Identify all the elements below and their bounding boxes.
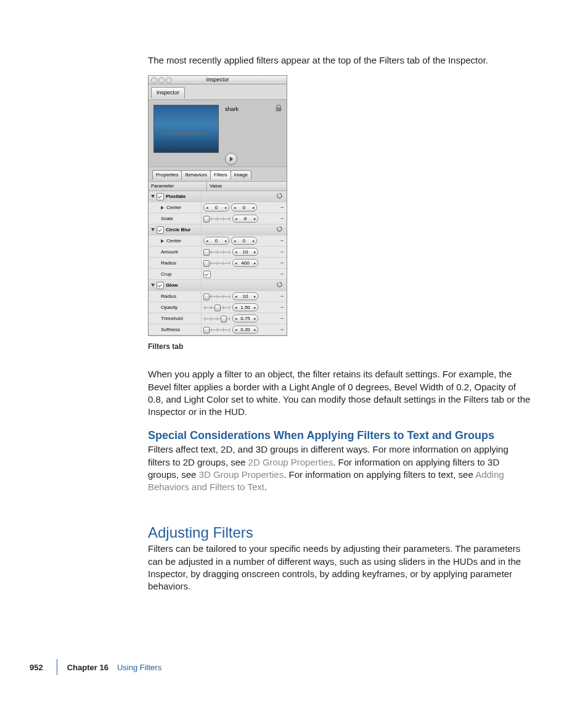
- value-stepper[interactable]: ◂1.50▸: [232, 303, 258, 311]
- page-content: The most recently applied filters appear…: [0, 0, 588, 660]
- value-stepper[interactable]: ◂0▸: [231, 237, 257, 245]
- play-button[interactable]: [225, 153, 237, 165]
- paragraph-4: Filters can be tailored to your specific…: [148, 543, 533, 593]
- row-menu-icon[interactable]: −: [280, 316, 285, 322]
- header-value: Value: [207, 182, 287, 191]
- tab-properties[interactable]: Properties: [152, 170, 182, 179]
- tab-image[interactable]: Image: [231, 170, 251, 179]
- value-slider[interactable]: [203, 326, 231, 333]
- p3-text-c: . For information on applying filters to…: [284, 469, 475, 480]
- figure-caption: Filters tab: [148, 342, 533, 351]
- row-menu-icon[interactable]: −: [280, 271, 285, 277]
- row-menu-icon[interactable]: −: [280, 205, 285, 211]
- tab-inspector[interactable]: Inspector: [151, 87, 185, 98]
- page-footer: 952 Chapter 16 Using Filters: [30, 659, 161, 660]
- parameter-rows: PixellateCenter◂0▸◂0▸−Scale◂8▸−Circle Bl…: [149, 191, 287, 335]
- paragraph-3: Filters affect text, 2D, and 3D groups i…: [148, 443, 533, 493]
- value-slider[interactable]: [203, 315, 231, 322]
- value-stepper[interactable]: ◂0.75▸: [232, 314, 258, 322]
- value-stepper[interactable]: ◂8▸: [232, 215, 258, 223]
- value-slider[interactable]: [203, 248, 231, 255]
- parameter-label: Radius: [149, 258, 202, 268]
- reset-icon[interactable]: [276, 226, 285, 233]
- parameter-row: Scale◂8▸−: [149, 213, 287, 224]
- value-stepper[interactable]: ◂0▸: [203, 203, 229, 211]
- preview-thumbnail: [153, 105, 219, 153]
- parameter-label: Center: [149, 202, 202, 213]
- value-stepper[interactable]: ◂10▸: [232, 248, 258, 256]
- window-titlebar: Inspector: [149, 76, 287, 84]
- value-stepper[interactable]: ◂0▸: [231, 203, 257, 211]
- svg-rect-0: [276, 108, 281, 111]
- parameter-row: Center◂0▸◂0▸−: [149, 236, 287, 247]
- value-stepper[interactable]: ◂0▸: [203, 237, 229, 245]
- traffic-lights[interactable]: [151, 77, 172, 83]
- filter-enable-checkbox[interactable]: [157, 282, 164, 289]
- parameter-controls: ◂1.50▸−: [202, 302, 287, 313]
- parameter-label: Opacity: [149, 302, 202, 313]
- parameter-row: Opacity◂1.50▸−: [149, 302, 287, 313]
- heading-adjusting-filters: Adjusting Filters: [148, 524, 533, 541]
- filter-group-row[interactable]: Pixellate: [149, 191, 287, 202]
- row-menu-icon[interactable]: −: [280, 327, 285, 333]
- parameter-label: Center: [149, 236, 202, 246]
- sub-tab-row: PropertiesBehaviorsFiltersImage: [149, 167, 287, 182]
- reset-icon[interactable]: [276, 193, 285, 200]
- paragraph-2: When you apply a filter to an object, th…: [148, 368, 533, 418]
- tab-behaviors[interactable]: Behaviors: [181, 170, 211, 179]
- parameter-label: Crop: [149, 269, 202, 279]
- value-slider[interactable]: [203, 293, 231, 300]
- parameter-controls: ◂400▸−: [202, 258, 287, 268]
- tab-filters[interactable]: Filters: [210, 170, 231, 179]
- value-stepper[interactable]: ◂10▸: [232, 292, 258, 300]
- value-slider[interactable]: [203, 260, 231, 266]
- window-title: Inspector: [206, 76, 229, 83]
- row-menu-icon[interactable]: −: [280, 238, 285, 244]
- header-parameter: Parameter: [149, 182, 207, 191]
- crop-checkbox[interactable]: [203, 271, 211, 278]
- row-menu-icon[interactable]: −: [280, 216, 285, 222]
- parameter-row: Threshold◂0.75▸−: [149, 313, 287, 324]
- value-stepper[interactable]: ◂400▸: [232, 259, 258, 267]
- intro-paragraph: The most recently applied filters appear…: [148, 54, 533, 67]
- parameter-controls: ◂10▸−: [202, 291, 287, 302]
- filter-group-name: Circle Blur: [166, 227, 190, 232]
- param-header: Parameter Value: [149, 182, 287, 191]
- subheading-special-considerations: Special Considerations When Applying Fil…: [148, 429, 533, 442]
- lock-icon[interactable]: [276, 105, 282, 112]
- filter-group-row[interactable]: Circle Blur: [149, 224, 287, 236]
- filter-enable-checkbox[interactable]: [157, 226, 164, 234]
- reset-icon[interactable]: [276, 282, 285, 289]
- row-menu-icon[interactable]: −: [280, 305, 285, 311]
- link-2d-group-properties[interactable]: 2D Group Properties: [248, 457, 333, 467]
- filter-group-row[interactable]: Glow: [149, 280, 287, 291]
- inspector-panel: Inspector Inspector shark PropertiesBeha…: [148, 75, 287, 336]
- main-tab-row: Inspector: [149, 84, 287, 100]
- parameter-row: Center◂0▸◂0▸−: [149, 202, 287, 213]
- parameter-controls: ◂0▸◂0▸−: [202, 236, 287, 246]
- parameter-controls: ◂0.75▸−: [202, 313, 287, 324]
- parameter-controls: ◂10▸−: [202, 247, 287, 257]
- value-stepper[interactable]: ◂0.20▸: [232, 326, 258, 334]
- row-menu-icon[interactable]: −: [280, 260, 285, 266]
- row-menu-icon[interactable]: −: [280, 293, 285, 300]
- footer-divider: [57, 659, 57, 660]
- object-name: shark: [225, 106, 239, 112]
- link-3d-group-properties[interactable]: 3D Group Properties: [199, 469, 284, 480]
- parameter-label: Amount: [149, 247, 202, 257]
- filter-enable-checkbox[interactable]: [157, 193, 164, 200]
- parameter-row: Crop−: [149, 269, 287, 280]
- value-slider[interactable]: [203, 304, 231, 311]
- parameter-controls: ◂0▸◂0▸−: [202, 202, 287, 213]
- parameter-row: Radius◂400▸−: [149, 258, 287, 269]
- value-slider[interactable]: [203, 215, 231, 222]
- parameter-row: Softness◂0.20▸−: [149, 324, 287, 335]
- row-menu-icon[interactable]: −: [280, 249, 285, 255]
- parameter-controls: ◂8▸−: [202, 213, 287, 224]
- filter-group-name: Pixellate: [166, 194, 186, 199]
- parameter-row: Radius◂10▸−: [149, 291, 287, 302]
- parameter-row: Amount◂10▸−: [149, 247, 287, 258]
- parameter-label: Radius: [149, 291, 202, 302]
- parameter-controls: −: [202, 269, 287, 279]
- parameter-controls: ◂0.20▸−: [202, 324, 287, 335]
